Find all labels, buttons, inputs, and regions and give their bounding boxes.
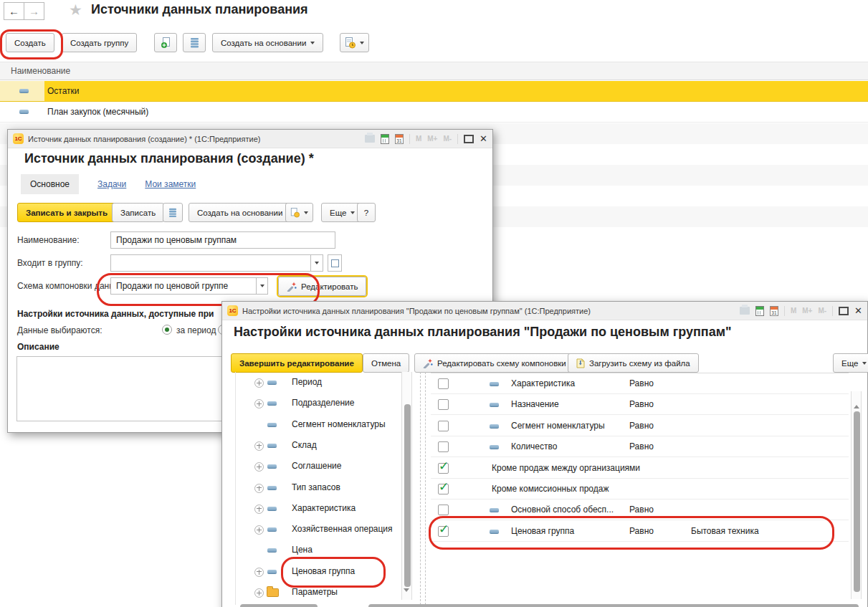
condition-row[interactable]: Кроме комиссионных продаж <box>431 479 849 500</box>
tree-hscrollbar-thumb[interactable] <box>240 604 318 607</box>
tree-scrollbar-thumb[interactable] <box>404 404 411 587</box>
close-icon[interactable]: ✕ <box>854 306 862 315</box>
condition-row[interactable]: Ценовая группаРавноБытовая техника <box>431 521 849 542</box>
expand-icon[interactable] <box>254 462 264 472</box>
expand-icon[interactable] <box>254 525 264 535</box>
memory-m-minus-button[interactable]: M- <box>443 135 452 143</box>
finish-editing-button[interactable]: Завершить редактирование <box>231 353 363 373</box>
checkbox-unchecked[interactable] <box>438 441 449 452</box>
tree-scroll-down-icon[interactable] <box>404 592 409 602</box>
group-open-button[interactable] <box>328 254 342 272</box>
memory-m-button[interactable]: M <box>416 135 421 143</box>
load-schema-from-file-button[interactable]: Загрузить схему из файла <box>568 353 699 373</box>
calendar-icon[interactable]: 31 <box>770 306 778 316</box>
tab-my-notes[interactable]: Мои заметки <box>145 179 196 189</box>
condition-row[interactable]: ХарактеристикаРавно <box>431 373 849 394</box>
create-based-on-button[interactable]: Создать на основании <box>212 33 323 52</box>
checkbox-unchecked[interactable] <box>438 421 449 431</box>
group-input[interactable] <box>110 254 311 272</box>
schema-dropdown-button[interactable] <box>257 277 268 295</box>
checkbox-checked[interactable] <box>438 526 449 537</box>
list-row[interactable]: План закупок (месячный) <box>0 102 868 123</box>
dialog2-titlebar[interactable]: 1С Настройки источника данных планирован… <box>222 302 867 320</box>
tree-item-7[interactable]: Характеристика <box>236 498 401 519</box>
tree-item-8[interactable]: Хозяйственная операция <box>236 519 401 540</box>
tree-scrollbar[interactable] <box>401 372 412 600</box>
expand-icon[interactable] <box>254 484 264 493</box>
dash-icon <box>19 110 29 114</box>
checkbox-unchecked[interactable] <box>438 399 449 410</box>
more-button[interactable]: Еще <box>833 353 868 373</box>
tree-item-2[interactable]: Подразделение <box>236 393 401 414</box>
create-group-button[interactable]: Создать группу <box>62 33 137 52</box>
tree-item-9[interactable]: Цена <box>236 540 401 560</box>
expand-icon[interactable] <box>254 399 264 408</box>
condition-row[interactable]: Кроме продаж между организациями <box>431 458 849 479</box>
panel-splitter[interactable] <box>420 372 426 605</box>
favorite-star-icon[interactable]: ★ <box>69 1 82 19</box>
checkbox-checked[interactable] <box>438 463 449 474</box>
memory-m-button[interactable]: M <box>791 307 796 315</box>
tree-item-3[interactable]: Сегмент номенклатуры <box>236 414 401 435</box>
calculator-icon[interactable] <box>755 306 764 316</box>
expand-icon[interactable] <box>254 588 264 598</box>
maximize-icon[interactable] <box>464 135 474 143</box>
name-input[interactable]: Продажи по ценовым группам <box>110 231 335 249</box>
print-icon[interactable] <box>740 307 750 315</box>
save-button[interactable]: Записать <box>112 203 164 222</box>
print-icon[interactable] <box>365 135 375 143</box>
row-label: Остатки <box>44 86 80 96</box>
conditions-scrollbar-thumb[interactable] <box>854 411 860 592</box>
report-menu-button[interactable] <box>285 203 313 222</box>
close-icon[interactable]: ✕ <box>480 134 487 143</box>
edit-composition-schema-button[interactable]: Редактировать схему компоновки <box>414 353 575 373</box>
help-button[interactable]: ? <box>357 203 376 222</box>
schema-input[interactable]: Продажи по ценовой группе <box>110 277 257 295</box>
report-menu-button[interactable] <box>340 33 369 52</box>
calculator-icon[interactable] <box>381 134 389 144</box>
memory-m-minus-button[interactable]: M- <box>818 307 826 315</box>
cancel-button[interactable]: Отмена <box>363 353 409 373</box>
forward-button[interactable]: → <box>24 2 44 20</box>
create-based-on-button[interactable]: Создать на основании <box>189 203 300 222</box>
register-list-button[interactable] <box>163 203 183 222</box>
conditions-scrollbar[interactable] <box>851 391 862 599</box>
tree-item-1[interactable]: Период <box>236 372 401 393</box>
maximize-icon[interactable] <box>839 307 849 315</box>
create-button[interactable]: Создать <box>6 33 54 52</box>
expand-icon[interactable] <box>254 505 264 514</box>
checkbox-unchecked[interactable] <box>438 378 449 389</box>
tree-item-5[interactable]: Соглашение <box>236 456 401 477</box>
back-button[interactable]: ← <box>4 2 24 20</box>
radio-for-period[interactable] <box>162 325 172 335</box>
expand-icon[interactable] <box>254 441 264 451</box>
tab-main[interactable]: Основное <box>21 174 79 194</box>
dialog1-titlebar[interactable]: 1С Источник данных планирования (создани… <box>8 130 492 148</box>
checkbox-unchecked[interactable] <box>438 505 449 515</box>
scroll-up-icon[interactable] <box>854 395 859 405</box>
calendar-icon[interactable]: 31 <box>395 134 404 144</box>
memory-m-plus-button[interactable]: M+ <box>427 135 437 143</box>
tree-item-6[interactable]: Тип запасов <box>236 477 401 498</box>
condition-row[interactable]: КоличествоРавно <box>431 436 849 457</box>
edit-schema-button[interactable]: Редактировать <box>278 277 366 296</box>
tree-item-4[interactable]: Склад <box>236 435 401 456</box>
checkbox-checked[interactable] <box>438 484 449 494</box>
condition-row[interactable]: НазначениеРавно <box>431 394 849 415</box>
register-list-button[interactable] <box>183 33 206 52</box>
memory-m-plus-button[interactable]: M+ <box>802 307 812 315</box>
expand-icon[interactable] <box>254 378 264 388</box>
condition-row[interactable]: Основной способ обесп...Равно <box>431 500 849 520</box>
condition-row[interactable]: Сегмент номенклатурыРавно <box>431 416 849 436</box>
tab-tasks[interactable]: Задачи <box>97 179 126 189</box>
tree-item-10[interactable]: Ценовая группа <box>236 561 401 582</box>
list-row[interactable]: Остатки <box>0 81 868 102</box>
list-column-header[interactable]: Наименование <box>0 62 868 80</box>
tree-item-11[interactable]: Параметры <box>236 582 401 603</box>
save-and-close-button[interactable]: Записать и закрыть <box>17 203 116 222</box>
tree-item-label: Тип запасов <box>292 482 340 492</box>
expand-icon[interactable] <box>254 568 264 577</box>
copy-button[interactable] <box>154 33 177 52</box>
group-dropdown-button[interactable] <box>311 254 323 272</box>
conditions-hscrollbar-thumb[interactable] <box>368 604 859 607</box>
